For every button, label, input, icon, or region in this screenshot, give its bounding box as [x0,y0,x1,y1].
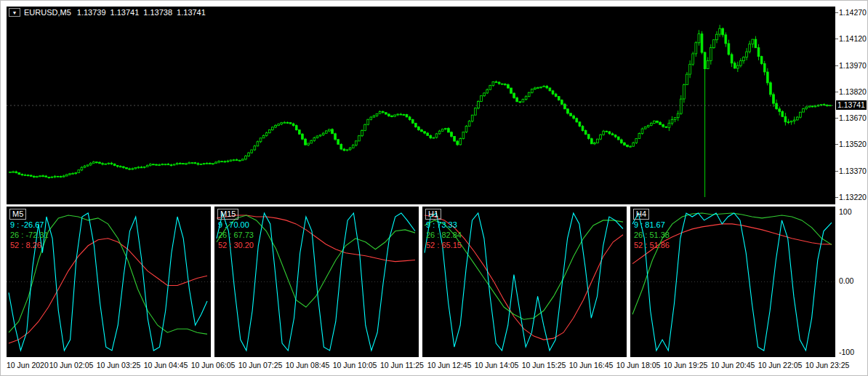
dropdown-arrow-icon: ▼ [12,10,17,15]
time-axis-label: 10 Jun 08:45 [286,361,330,369]
indicator-value-row: 52 : 30.20 [218,241,254,250]
symbol-dropdown-button[interactable]: ▼ [9,8,20,17]
time-axis-label: 10 Jun 14:05 [475,361,519,369]
oscillator-panel-m5[interactable]: M59 : -26.6726 : -72.3152 : 8.26 [7,207,211,357]
indicator-value-row: 52 : 8.26 [10,241,41,250]
main-chart-canvas[interactable] [7,7,835,204]
panel-label-h1: H1 [425,209,441,220]
price-scale-label: 1.13970 [839,61,867,70]
price-scale-tick [835,92,838,92]
price-scale-tick [835,12,838,13]
ohlc-open: 1.13739 [77,8,106,17]
time-axis-label: 10 Jun 02:05 [49,361,94,369]
price-scale-tick [835,118,838,119]
oscillator-line-52 [9,239,207,343]
time-axis-label: 10 Jun 06:05 [191,361,236,369]
price-scale-tick [835,65,838,66]
panel-label-h4: H4 [633,209,649,220]
ohlc-low: 1.13738 [143,8,172,17]
trading-terminal: ▼ EURUSD,M5 1.13739 1.13741 1.13738 1.13… [0,0,868,376]
time-axis-label: 10 Jun 03:25 [97,361,141,369]
indicator-value-row: 9 : 81.67 [634,220,665,230]
indicator-value-row: 9 : 73.33 [426,220,457,230]
oscillator-panel-h4[interactable]: H49 : 81.6726 : 51.3852 : 51.86 [630,207,835,357]
oscillator-panel-m15[interactable]: M159 : 70.0026 : 67.7352 : 30.20 [214,207,419,357]
indicator-value-row: 26 : 51.38 [634,231,670,240]
price-scale-label: 1.14270 [839,8,867,17]
price-scale-tick [835,197,838,198]
time-axis-label: 10 Jun 22:05 [758,361,803,369]
time-axis-label: 10 Jun 11:25 [380,361,424,369]
ohlc-close: 1.13741 [177,8,206,17]
price-scale-label: 1.13520 [839,140,867,148]
time-axis-label: 10 Jun 18:05 [616,361,661,369]
price-scale-tick [835,39,838,39]
oscillator-scale-mid: 0.00 [839,276,853,285]
indicator-value-row: 26 : -72.31 [10,231,49,240]
price-scale-label: 1.13670 [839,113,867,122]
time-axis-label: 10 Jun 12:45 [427,361,472,369]
panel-label-m15: M15 [217,209,238,220]
indicator-value-row: 52 : 65.15 [426,241,462,250]
time-axis-label: 10 Jun 2020 [7,361,49,369]
time-axis-label: 10 Jun 04:45 [144,361,188,369]
time-axis-label: 10 Jun 16:45 [569,361,614,369]
main-chart-window[interactable]: ▼ EURUSD,M5 1.13739 1.13741 1.13738 1.13… [7,7,835,204]
time-axis-label: 10 Jun 10:05 [333,361,377,369]
price-scale-label: 1.13220 [839,193,867,201]
oscillator-scale-top: 100 [839,207,852,216]
indicator-value-row: 52 : 51.86 [634,241,670,250]
oscillator-scale-bottom: -100 [839,348,854,356]
indicator-value-row: 9 : -26.67 [10,220,44,230]
price-scale-tick [835,144,838,145]
indicator-value-row: 26 : 82.84 [426,231,462,240]
price-scale-label: 1.14120 [839,34,867,43]
ohlc-high: 1.13741 [110,8,140,17]
price-scale-label: 1.13820 [839,87,867,96]
oscillator-panel-h1[interactable]: H19 : 73.3326 : 82.8452 : 65.15 [422,207,627,357]
time-axis-label: 10 Jun 15:25 [522,361,566,369]
current-price-marker: 1.13741 [836,100,867,110]
indicator-value-row: 26 : 67.73 [218,231,254,240]
symbol-label: EURUSD,M5 [24,8,71,17]
price-scale-label: 1.13370 [839,167,867,175]
time-axis-label: 10 Jun 07:25 [238,361,283,369]
price-scale-tick [835,171,838,172]
panel-label-m5: M5 [9,209,26,220]
ohlc-readout: ▼ EURUSD,M5 1.13739 1.13741 1.13738 1.13… [9,8,210,17]
indicator-value-row: 9 : 70.00 [218,220,249,230]
time-axis-label: 10 Jun 19:25 [664,361,708,369]
time-axis-label: 10 Jun 23:25 [805,361,850,369]
time-axis-label: 10 Jun 20:45 [711,361,755,369]
